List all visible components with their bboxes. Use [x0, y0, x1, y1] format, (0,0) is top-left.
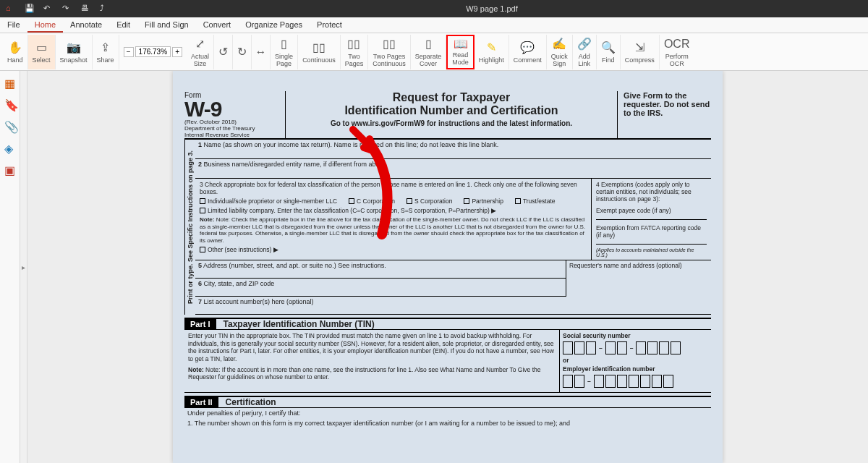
cb-individual[interactable]: Individual/sole proprietor or single-mem… — [200, 197, 337, 205]
side-panel: ▦ 🔖 📎 ◈ ▣ — [0, 71, 20, 463]
give-form-text: Give Form to the requester. Do not send … — [617, 91, 711, 138]
document-canvas[interactable]: Form W-9 (Rev. October 2018) Department … — [27, 71, 868, 463]
perjury: Under penalties of perjury, I certify th… — [184, 408, 711, 418]
share-icon[interactable]: ⤴ — [100, 4, 110, 14]
ein-boxes[interactable]: – — [563, 375, 708, 388]
menu-fillsign[interactable]: Fill and Sign — [137, 17, 196, 33]
separate-cover[interactable]: ▯Separate Cover — [411, 35, 447, 69]
titlebar: ⌂ 💾 ↶ ↷ 🖶 ⤴ W9 page 1.pdf — [0, 0, 868, 17]
save-icon[interactable]: 💾 — [25, 4, 35, 14]
zoom-value[interactable]: 176.73% — [135, 46, 171, 57]
share-tool[interactable]: ⇪Share — [93, 35, 119, 69]
read-mode[interactable]: 📖Read Mode — [446, 35, 475, 69]
line4: Exemptions (codes apply only to certain … — [596, 181, 692, 203]
tin-note: Note: If the account is in more than one… — [188, 366, 540, 381]
form-title-2: Identification Number and Certification — [290, 104, 613, 117]
menu-home[interactable]: Home — [27, 17, 63, 33]
cb-trust[interactable]: Trust/estate — [515, 197, 556, 205]
hand-tool[interactable]: ✋Hand — [3, 35, 28, 69]
ocr-tool[interactable]: OCRPerform OCR — [660, 35, 694, 69]
signatures-icon[interactable]: ▣ — [4, 163, 16, 175]
compress-tool[interactable]: ⇲Compress — [621, 35, 660, 69]
side-instructions: Print or type. See Specific Instructions… — [184, 140, 195, 315]
redo-icon[interactable]: ↷ — [62, 4, 72, 14]
fatca: Exemption from FATCA reporting code (if … — [596, 224, 707, 239]
zoom-in[interactable]: + — [172, 47, 182, 57]
menu-protect[interactable]: Protect — [310, 17, 349, 33]
undo-icon[interactable]: ↶ — [43, 4, 54, 14]
two-pages[interactable]: ▯▯Two Pages — [341, 35, 369, 69]
add-link[interactable]: 🔗Add Link — [573, 35, 597, 69]
continuous[interactable]: ▯▯Continuous — [298, 35, 341, 69]
menu-annotate[interactable]: Annotate — [63, 17, 109, 33]
ein-label: Employer identification number — [563, 365, 708, 373]
menu-convert[interactable]: Convert — [196, 17, 239, 33]
menubar: File Home Annotate Edit Fill and Sign Co… — [0, 17, 868, 33]
zoom-out[interactable]: − — [124, 47, 134, 57]
ssn-boxes[interactable]: – – — [563, 341, 708, 354]
requester: Requester's name and address (optional) — [566, 260, 711, 297]
form-number: W-9 — [184, 99, 281, 119]
part1-title: Taxpayer Identification Number (TIN) — [224, 319, 375, 329]
or-label: or — [563, 357, 708, 364]
actual-size[interactable]: ⤢Actual Size — [187, 35, 214, 69]
line5: Address (number, street, and apt. or sui… — [203, 262, 386, 269]
part1-tag: Part I — [184, 319, 216, 329]
pdf-page: Form W-9 (Rev. October 2018) Department … — [173, 71, 723, 463]
bookmarks-icon[interactable]: 🔖 — [4, 98, 16, 110]
home-icon[interactable]: ⌂ — [6, 4, 16, 14]
find-tool[interactable]: 🔍Find — [597, 35, 621, 69]
comment-tool[interactable]: 💬Comment — [509, 35, 547, 69]
part2-title: Certification — [226, 397, 276, 407]
ssn-label: Social security number — [563, 332, 708, 339]
window-title: W9 page 1.pdf — [116, 4, 868, 13]
line2: Business name/disregarded entity name, i… — [204, 161, 386, 168]
fit-width[interactable]: ↔ — [252, 35, 271, 69]
zoom-control: − 176.73% + — [119, 46, 187, 57]
cb-other[interactable]: Other (see instructions) ▶ — [200, 246, 278, 253]
form-revision: (Rev. October 2018) — [184, 119, 281, 125]
two-continuous[interactable]: ▯▯Two Pages Continuous — [368, 35, 411, 69]
print-icon[interactable]: 🖶 — [81, 4, 91, 14]
tin-text: Enter your TIN in the appropriate box. T… — [188, 332, 554, 362]
layers-icon[interactable]: ◈ — [4, 142, 16, 153]
line1: Name (as shown on your income tax return… — [204, 141, 499, 148]
cb-llc[interactable]: Limited liability company. Enter the tax… — [200, 207, 496, 214]
form-title-1: Request for Taxpayer — [290, 91, 613, 104]
form-dept: Department of the Treasury — [184, 125, 281, 132]
line7: List account number(s) here (optional) — [204, 298, 314, 305]
thumbnails-icon[interactable]: ▦ — [4, 77, 16, 88]
exempt-payee: Exempt payee code (if any) — [596, 207, 707, 214]
cb-partnership[interactable]: Partnership — [464, 197, 503, 205]
cb-ccorp[interactable]: C Corporation — [349, 197, 395, 205]
menu-organize[interactable]: Organize Pages — [238, 17, 310, 33]
collapse-handle[interactable]: ▸ — [20, 71, 27, 463]
rotate-right[interactable]: ↻ — [233, 35, 252, 69]
line6: City, state, and ZIP code — [204, 280, 275, 287]
workarea: ▦ 🔖 📎 ◈ ▣ ▸ Form W-9 (Rev. October 2018)… — [0, 71, 868, 463]
cb-scorp[interactable]: S Corporation — [407, 197, 452, 205]
ribbon: ✋Hand ▭Select 📷Snapshot ⇪Share − 176.73%… — [0, 33, 868, 71]
line3: Check appropriate box for federal tax cl… — [200, 181, 577, 195]
cert-1: 1. The number shown on this form is my c… — [184, 418, 711, 428]
part2-tag: Part II — [184, 397, 218, 407]
form-header: Form W-9 (Rev. October 2018) Department … — [184, 91, 711, 140]
snapshot-tool[interactable]: 📷Snapshot — [56, 35, 93, 69]
menu-file[interactable]: File — [0, 17, 27, 33]
form-goto: Go to www.irs.gov/FormW9 for instruction… — [331, 119, 572, 127]
attachments-icon[interactable]: 📎 — [4, 120, 16, 132]
form-irs: Internal Revenue Service — [184, 132, 281, 138]
select-tool[interactable]: ▭Select — [28, 35, 56, 69]
rotate-left[interactable]: ↺ — [214, 35, 233, 69]
llc-note: Note: Check the appropriate box in the l… — [200, 216, 585, 244]
fatca-note: (Applies to accounts maintained outside … — [596, 247, 707, 258]
highlight-tool[interactable]: ✎Highlight — [475, 35, 509, 69]
single-page[interactable]: ▯Single Page — [271, 35, 298, 69]
quick-sign[interactable]: ✍Quick Sign — [547, 35, 573, 69]
menu-edit[interactable]: Edit — [109, 17, 137, 33]
